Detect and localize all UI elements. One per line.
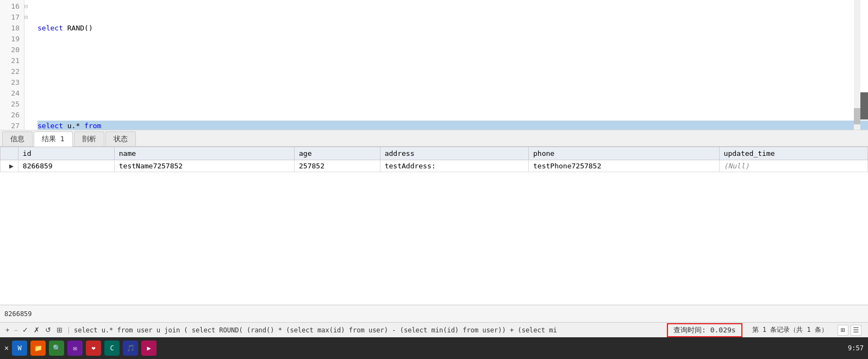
col-header-name[interactable]: name bbox=[114, 147, 294, 160]
taskbar-app-word[interactable]: W bbox=[12, 341, 27, 356]
tab-profile[interactable]: 剖析 bbox=[74, 131, 104, 146]
taskbar-app-teal-icon: C bbox=[110, 344, 114, 352]
tab-result1[interactable]: 结果 1 bbox=[34, 131, 73, 147]
cancel-button[interactable]: ✗ bbox=[33, 326, 41, 334]
close-button[interactable]: × bbox=[4, 344, 9, 352]
col-header-id[interactable]: id bbox=[18, 147, 114, 160]
grid-button[interactable]: ⊞ bbox=[55, 326, 64, 334]
result-tabs: 信息 结果 1 剖析 状态 bbox=[0, 130, 868, 147]
col-header-address[interactable]: address bbox=[380, 147, 528, 160]
taskbar-app-video-icon: ▶ bbox=[147, 344, 151, 352]
taskbar-app-mail[interactable]: ✉ bbox=[67, 341, 83, 356]
code-line-19: select u.* from bbox=[38, 121, 868, 130]
refresh-button[interactable]: ↺ bbox=[44, 326, 52, 334]
code-line-17 bbox=[38, 55, 868, 66]
list-view-icon[interactable]: ☰ bbox=[851, 325, 861, 336]
code-line-18 bbox=[38, 88, 868, 99]
taskbar-app-red-icon: ❤ bbox=[92, 344, 96, 352]
add-row-button[interactable]: + bbox=[4, 326, 11, 334]
cell-address: testAddress: bbox=[380, 160, 528, 172]
cell-phone: testPhone7257852 bbox=[529, 160, 720, 172]
row-indicator-header bbox=[1, 147, 18, 160]
table-row[interactable]: ▶ 8266859 testName7257852 257852 testAdd… bbox=[1, 160, 868, 172]
tab-info[interactable]: 信息 bbox=[2, 131, 33, 146]
taskbar-app-music-icon: 🎵 bbox=[127, 344, 135, 352]
taskbar-time: 9:57 bbox=[848, 344, 864, 352]
row-indicator-cell: ▶ bbox=[1, 160, 18, 172]
taskbar: × W 📁 🔍 ✉ ❤ C 🎵 ▶ 9:57 bbox=[0, 337, 868, 359]
taskbar-app-word-icon: W bbox=[18, 344, 22, 352]
taskbar-app-teal[interactable]: C bbox=[104, 341, 120, 356]
line-numbers: 16 17 18 19 20 21 22 23 24 25 26 27 bbox=[0, 0, 24, 130]
right-edge-panel bbox=[860, 92, 868, 119]
sql-preview: select u.* from user u join ( select ROU… bbox=[74, 326, 657, 334]
taskbar-app-mail-icon: ✉ bbox=[73, 344, 77, 352]
result-area[interactable]: id name age address phone updated_time ▶… bbox=[0, 147, 868, 305]
bottom-toolbar: + − ✓ ✗ ↺ ⊞ | select u.* from user u joi… bbox=[0, 322, 868, 337]
code-text[interactable]: select RAND() select u.* from user u joi… bbox=[33, 0, 868, 130]
record-count: 第 1 条记录（共 1 条） bbox=[752, 325, 828, 335]
vertical-scrollbar[interactable] bbox=[854, 0, 860, 130]
taskbar-app-video[interactable]: ▶ bbox=[141, 341, 157, 356]
separator2: | bbox=[67, 326, 71, 334]
scroll-thumb[interactable] bbox=[854, 108, 860, 124]
col-header-updated-time[interactable]: updated_time bbox=[719, 147, 867, 160]
cell-age: 257852 bbox=[295, 160, 380, 172]
grid-view-icon[interactable]: ⊞ bbox=[838, 325, 848, 336]
query-time-box: 查询时间: 0.029s bbox=[667, 323, 742, 337]
separator1: − bbox=[14, 326, 18, 334]
taskbar-app-files-icon: 📁 bbox=[34, 344, 42, 352]
taskbar-app-search[interactable]: 🔍 bbox=[49, 341, 64, 356]
cell-id: 8266859 bbox=[18, 160, 114, 172]
cell-updated-time: (Null) bbox=[719, 160, 867, 172]
taskbar-app-red[interactable]: ❤ bbox=[86, 341, 101, 356]
tab-status[interactable]: 状态 bbox=[105, 131, 136, 146]
status-bar: 8266859 bbox=[0, 305, 868, 322]
col-header-age[interactable]: age bbox=[295, 147, 380, 160]
code-editor: 16 17 18 19 20 21 22 23 24 25 26 27 ⊟ ⊟ bbox=[0, 0, 868, 130]
col-header-phone[interactable]: phone bbox=[529, 147, 720, 160]
fold-column: ⊟ ⊟ bbox=[24, 0, 33, 130]
taskbar-app-files[interactable]: 📁 bbox=[30, 341, 46, 356]
toolbar-icons: ⊞ ☰ bbox=[838, 325, 861, 336]
confirm-button[interactable]: ✓ bbox=[21, 326, 29, 334]
code-line-16: select RAND() bbox=[38, 23, 868, 34]
table-header-row: id name age address phone updated_time bbox=[1, 147, 868, 160]
status-row-id: 8266859 bbox=[4, 310, 864, 318]
taskbar-app-search-icon: 🔍 bbox=[53, 344, 61, 352]
taskbar-app-music[interactable]: 🎵 bbox=[123, 341, 138, 356]
cell-name: testName7257852 bbox=[114, 160, 294, 172]
result-table: id name age address phone updated_time ▶… bbox=[0, 147, 868, 172]
